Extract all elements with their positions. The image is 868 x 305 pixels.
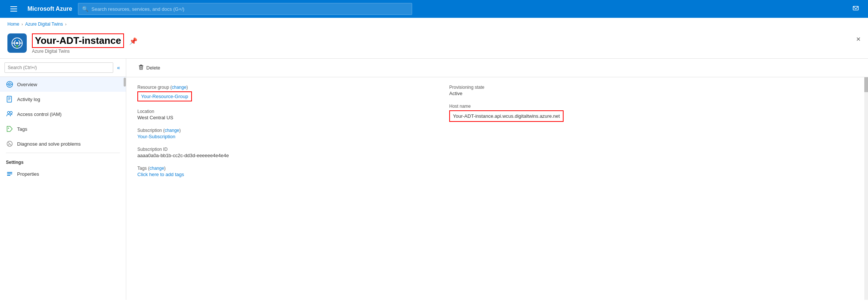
resource-group-change-link[interactable]: change [172,85,186,90]
tags-block: Tags (change) Click here to add tags [137,166,434,177]
sidebar-item-overview[interactable]: Overview [0,77,126,92]
tags-change-link[interactable]: change [150,166,164,171]
content-scrollbar-thumb [864,77,868,92]
subscription-id-value: aaaa0a0a-bb1b-cc2c-dd3d-eeeeee4e4e4e [137,153,434,158]
sidebar-item-access-control[interactable]: Access control (IAM) [0,107,126,121]
provisioning-state-label: Provisioning state [449,85,731,90]
content-scrollbar[interactable] [864,77,868,300]
subscription-value-link[interactable]: Your-Subscription [137,134,175,139]
svg-rect-23 [7,172,12,173]
subscription-block: Subscription (change) Your-Subscription [137,128,434,139]
breadcrumb-sep-1: › [22,22,23,26]
breadcrumb-sep-2: › [65,22,67,26]
svg-rect-25 [7,175,10,176]
svg-point-19 [8,128,9,129]
pin-icon[interactable]: 📌 [129,37,137,45]
notifications-button[interactable] [849,4,862,14]
svg-point-18 [10,111,12,114]
host-name-block: Host name Your-ADT-instance.api.wcus.dig… [449,104,731,122]
sidebar-item-diagnose[interactable]: Diagnose and solve problems [0,136,126,151]
content-toolbar: Delete [126,59,868,77]
tags-add-link[interactable]: Click here to add tags [137,172,184,177]
resource-title-block: Your-ADT-instance Azure Digital Twins [32,33,124,54]
hamburger-icon [9,5,19,13]
subscription-label: Subscription (change) [137,128,434,133]
subscription-value: Your-Subscription [137,134,434,139]
left-column: Resource group (change) Your-Resource-Gr… [137,85,434,185]
topbar: Microsoft Azure 🔍 [0,0,868,18]
sidebar-nav: Overview Activity log [0,77,126,300]
delete-button[interactable]: Delete [134,62,165,73]
svg-rect-13 [7,96,12,102]
host-name-value: Your-ADT-instance.api.wcus.digitaltwins.… [453,113,560,119]
sidebar-item-activity-log[interactable]: Activity log [0,92,126,107]
sidebar-collapse-button[interactable]: « [115,64,121,71]
svg-rect-26 [140,65,142,65]
location-value: West Central US [137,115,434,120]
provisioning-state-block: Provisioning state Active [449,85,731,96]
resource-header: Your-ADT-instance Azure Digital Twins 📌 … [0,30,868,59]
resource-title: Your-ADT-instance [32,33,124,48]
content-grid: Resource group (change) Your-Resource-Gr… [137,85,731,185]
breadcrumb-home[interactable]: Home [7,22,19,27]
tags-icon [6,125,13,133]
close-button[interactable]: × [856,35,861,43]
content-area: Resource group (change) Your-Resource-Gr… [126,77,868,300]
subscription-change-link[interactable]: change [164,128,179,133]
tags-label: Tags (change) [137,166,434,171]
global-search-input[interactable] [91,6,408,12]
sidebar-item-tags[interactable]: Tags [0,121,126,136]
sidebar-item-activity-log-label: Activity log [17,97,40,102]
svg-rect-24 [7,173,12,174]
breadcrumb: Home › Azure Digital Twins › [0,18,868,30]
right-column: Provisioning state Active Host name Your… [434,85,731,185]
tags-value: Click here to add tags [137,172,434,177]
svg-rect-27 [139,65,143,66]
host-name-value-box: Your-ADT-instance.api.wcus.digitaltwins.… [449,110,564,122]
resource-group-value-link[interactable]: Your-Resource-Group [141,94,188,99]
sidebar-item-diagnose-label: Diagnose and solve problems [17,141,81,147]
sidebar: « Overview [0,59,126,300]
delete-icon [138,64,144,71]
global-search-box[interactable]: 🔍 [78,3,412,15]
resource-icon [7,33,27,53]
app-title: Microsoft Azure [27,6,72,12]
subscription-id-block: Subscription ID aaaa0a0a-bb1b-cc2c-dd3d-… [137,147,434,158]
overview-icon [6,81,13,88]
sidebar-item-properties-label: Properties [17,171,39,177]
iam-icon [6,110,13,118]
provisioning-state-value: Active [449,91,731,96]
resource-group-value-box: Your-Resource-Group [137,91,192,101]
svg-point-3 [16,42,18,44]
sidebar-item-properties[interactable]: Properties [0,166,126,181]
topbar-right [849,4,862,14]
svg-point-10 [9,84,10,85]
delete-label: Delete [146,65,160,71]
breadcrumb-digital-twins[interactable]: Azure Digital Twins [25,22,63,27]
hamburger-button[interactable] [6,3,22,14]
sidebar-item-iam-label: Access control (IAM) [17,111,62,117]
host-name-label: Host name [449,104,731,109]
subscription-id-label: Subscription ID [137,147,434,152]
resource-group-label: Resource group (change) [137,85,434,90]
activity-log-icon [6,95,13,103]
diagnose-icon [6,140,13,147]
location-label: Location [137,109,434,114]
resource-group-block: Resource group (change) Your-Resource-Gr… [137,85,434,101]
sidebar-item-tags-label: Tags [17,126,27,132]
sidebar-item-overview-label: Overview [17,82,37,87]
resource-subtitle: Azure Digital Twins [32,49,124,54]
location-block: Location West Central US [137,109,434,120]
properties-icon [6,170,13,178]
sidebar-search-bar: « [0,59,126,77]
sidebar-search-input[interactable] [4,62,113,73]
global-search-icon: 🔍 [82,6,88,12]
svg-line-22 [8,144,9,145]
svg-point-17 [7,111,10,114]
main-layout: « Overview [0,59,868,300]
settings-section-label: Settings [0,155,126,166]
sidebar-divider-settings [6,153,120,153]
